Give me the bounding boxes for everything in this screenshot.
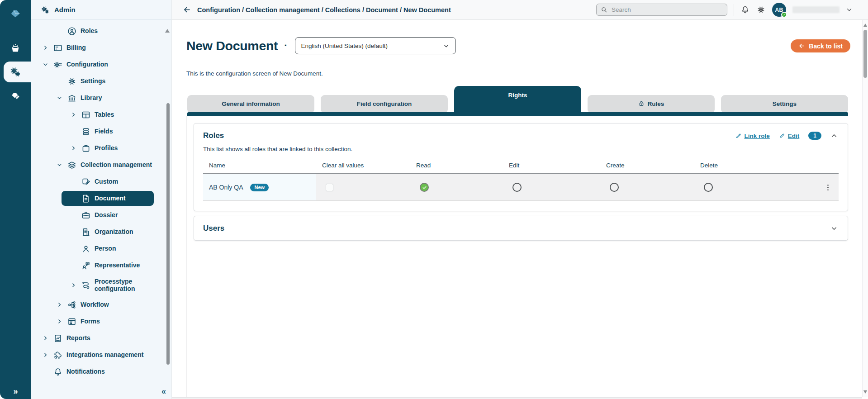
sidebar-item-dossier[interactable]: Dossier [31, 207, 167, 223]
sidebar-scroll-up-arrow[interactable] [165, 29, 170, 33]
scroll-up-arrow[interactable] [863, 24, 867, 27]
user-avatar[interactable]: AB [772, 3, 786, 17]
rail-admin[interactable] [0, 62, 31, 82]
sidebar-item-label: Notifications [66, 368, 105, 375]
sidebar-scrollbar-thumb[interactable] [166, 103, 170, 365]
arrow-left-icon [798, 43, 805, 49]
chevron-right-icon[interactable] [41, 351, 50, 360]
sidebar-item-document[interactable]: Document [31, 190, 167, 207]
horizontal-scrollbar[interactable] [172, 397, 862, 399]
sidebar-item-settings[interactable]: Settings [31, 73, 167, 90]
app-rail: » [0, 0, 31, 399]
chev-down-icon [57, 162, 62, 168]
link-role-button[interactable]: Link role [735, 133, 770, 139]
sidebar-item-billing[interactable]: Billing [31, 39, 167, 56]
sidebar-item-forms[interactable]: Forms [31, 313, 167, 330]
chevron-down-icon[interactable] [55, 94, 64, 103]
dossier-icon [81, 210, 91, 220]
search-box[interactable] [596, 4, 727, 16]
chevron-right-icon[interactable] [69, 280, 78, 290]
new-badge: New [250, 184, 269, 191]
user-menu-chevron-down-icon[interactable] [846, 6, 853, 13]
sidebar-item-label: Settings [81, 77, 105, 85]
create-toggle[interactable] [610, 183, 619, 192]
app-logo[interactable] [0, 0, 31, 26]
representative-icon [81, 261, 91, 271]
sidebar-item-workflow[interactable]: Workflow [31, 296, 167, 313]
sidebar-item-configuration[interactable]: Configuration [31, 56, 167, 73]
notifications-bell-icon[interactable] [740, 5, 750, 14]
chev-down-icon [830, 225, 838, 232]
sidebar-collapse-button[interactable]: « [161, 387, 166, 396]
vertical-scrollbar[interactable] [862, 20, 868, 397]
settings-icon [67, 76, 77, 86]
tab-rights[interactable]: Rights [454, 86, 581, 116]
sidebar-item-library[interactable]: Library [31, 90, 167, 106]
rail-products[interactable] [0, 38, 31, 59]
library-icon [67, 93, 77, 103]
role-name: AB Only QA [209, 184, 243, 191]
chevron-right-icon[interactable] [69, 110, 78, 119]
sidebar-item-custom[interactable]: Custom [31, 173, 167, 190]
clear-all-values-checkbox[interactable] [326, 184, 333, 191]
delete-toggle[interactable] [704, 183, 713, 192]
edit-toggle[interactable] [512, 183, 522, 192]
sidebar-item-collection-management[interactable]: Collection management [31, 157, 167, 173]
title-separator: · [284, 40, 287, 52]
tab-field-configuration[interactable]: Field configuration [321, 95, 448, 112]
chev-right-icon [71, 145, 76, 151]
chevron-right-icon[interactable] [55, 300, 64, 309]
integrations-icon [53, 350, 63, 360]
tab-general-information[interactable]: General information [187, 95, 314, 112]
chevron-right-icon[interactable] [41, 43, 50, 52]
roles-collapse-chevron-up-icon[interactable] [830, 132, 838, 139]
sidebar-item-label: Fields [95, 128, 113, 135]
sidebar-item-reports[interactable]: Reports [31, 330, 167, 347]
profiles-icon [81, 143, 91, 153]
back-arrow-button[interactable] [183, 5, 191, 14]
read-toggle[interactable] [420, 183, 429, 192]
organization-icon [81, 227, 91, 237]
chevron-down-icon[interactable] [55, 161, 64, 170]
person-icon [81, 244, 91, 254]
sidebar-item-fields[interactable]: Fields [31, 123, 167, 140]
sidebar-item-roles[interactable]: Roles [31, 23, 167, 39]
billing-icon [53, 43, 63, 53]
back-to-list-button[interactable]: Back to list [791, 39, 850, 52]
users-card[interactable]: Users [194, 216, 848, 241]
role-name-cell[interactable]: AB Only QANew [203, 174, 316, 200]
users-expand-chevron-down-icon[interactable] [830, 225, 838, 232]
vertical-scrollbar-thumb[interactable] [863, 30, 867, 78]
breadcrumb[interactable]: Configuration / Collection management / … [197, 6, 451, 14]
chevron-right-icon[interactable] [69, 144, 78, 153]
sidebar-item-person[interactable]: Person [31, 240, 167, 257]
tab-label: Field configuration [357, 100, 412, 107]
sidebar-item-representative[interactable]: Representative [31, 257, 167, 274]
workflow-icon [67, 300, 77, 310]
sidebar-item-processtype-configuration[interactable]: Processtype configuration [31, 274, 167, 296]
tab-rules[interactable]: Rules [588, 95, 715, 112]
chevron-spacer [69, 261, 78, 270]
chevron-down-icon[interactable] [41, 60, 50, 69]
row-actions-cell [798, 174, 839, 200]
sidebar-item-notifications[interactable]: Notifications [31, 363, 167, 380]
rail-expand-button[interactable]: » [0, 387, 31, 396]
settings-gear-icon[interactable] [756, 5, 766, 14]
sidebar-item-tables[interactable]: Tables [31, 106, 167, 123]
tab-settings[interactable]: Settings [721, 95, 848, 112]
sidebar-item-integrations-management[interactable]: Integrations management [31, 347, 167, 363]
search-input[interactable] [611, 6, 723, 14]
scroll-down-arrow[interactable] [863, 390, 867, 394]
sidebar-item-profiles[interactable]: Profiles [31, 140, 167, 157]
sidebar-item-label: Dossier [95, 211, 118, 218]
kebab-menu-icon[interactable] [824, 183, 832, 192]
chevron-right-icon[interactable] [41, 334, 50, 343]
rail-content[interactable] [0, 85, 31, 106]
edit-roles-button[interactable]: Edit [779, 133, 800, 139]
sidebar-item-organization[interactable]: Organization [31, 223, 167, 240]
admin-gears-icon [41, 5, 50, 14]
chevron-right-icon[interactable] [55, 317, 64, 326]
pencil-icon [735, 133, 742, 139]
chevron-spacer [69, 194, 78, 203]
language-select[interactable]: English (United States) (default) [295, 37, 456, 54]
